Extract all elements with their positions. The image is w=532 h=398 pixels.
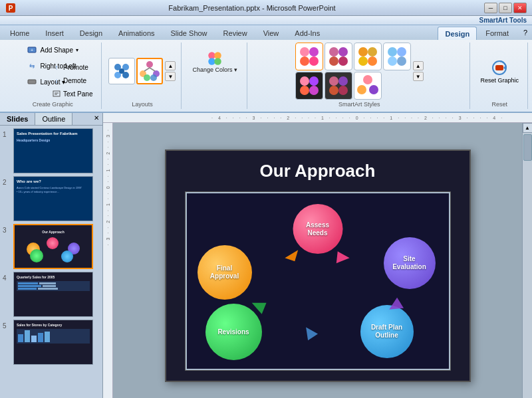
text-pane-button[interactable]: Text Pane xyxy=(49,88,96,100)
scroll-track[interactable] xyxy=(523,133,532,398)
svg-point-44 xyxy=(309,86,319,95)
scroll-thumb[interactable] xyxy=(523,134,532,161)
slide-thumb-5[interactable]: Sales for Stores by Category xyxy=(13,320,93,365)
svg-point-28 xyxy=(309,56,319,66)
circle-revisions[interactable]: Revisions xyxy=(205,304,262,360)
svg-rect-5 xyxy=(28,80,36,84)
slide-item-4[interactable]: 4 Quarterly Sales for 2005 xyxy=(3,272,100,317)
panel-close-button[interactable]: ✕ xyxy=(90,113,102,125)
group-layouts: ▲ ▼ Layouts xyxy=(103,43,182,109)
circle-final-approval[interactable]: FinalApproval xyxy=(198,245,252,300)
close-button[interactable]: ✕ xyxy=(513,3,527,13)
style-thumb-2[interactable] xyxy=(325,43,352,70)
svg-marker-55 xyxy=(285,250,298,261)
style-nav: ▲ ▼ xyxy=(413,61,424,81)
layout-nav-up[interactable]: ▲ xyxy=(165,61,176,70)
svg-point-40 xyxy=(397,56,406,66)
reset-graphic-button[interactable]: Reset Graphic xyxy=(477,55,522,87)
circle-assess-needs[interactable]: AssessNeeds xyxy=(293,204,342,254)
svg-point-39 xyxy=(388,56,397,66)
group-smartart-styles: ▲ ▼ SmartArt Styles xyxy=(249,43,470,109)
svg-point-27 xyxy=(300,56,309,66)
svg-text:⇆: ⇆ xyxy=(29,62,35,70)
tab-addins[interactable]: Add-Ins xyxy=(287,27,327,40)
tab-smartart-format[interactable]: Format xyxy=(478,27,516,40)
layout-thumb-2[interactable] xyxy=(136,58,163,84)
slide-thumb-3[interactable]: Our Approach xyxy=(13,224,93,269)
slide-num-1: 1 xyxy=(3,128,11,138)
reset-icon xyxy=(490,58,509,77)
svg-point-19 xyxy=(144,74,150,81)
slide-panel-tabs: Slides Outline ✕ xyxy=(0,113,102,126)
promote-button[interactable]: ↑ Promote xyxy=(49,61,92,73)
tab-review[interactable]: Review xyxy=(216,27,255,40)
main-tabs: Home Insert Design Animations Slide Show… xyxy=(0,25,330,40)
svg-point-20 xyxy=(150,74,157,81)
smartart-diagram[interactable]: AssessNeeds SiteEvaluation Draft PlanOut… xyxy=(185,191,451,371)
canvas-row: ·3··2··1··0··1··2··3· Our Approach Asses… xyxy=(103,123,532,398)
style-nav-down[interactable]: ▼ xyxy=(413,72,424,81)
add-shape-button[interactable]: + Add Shape ▾ xyxy=(23,43,82,57)
svg-point-29 xyxy=(329,47,338,56)
svg-point-35 xyxy=(358,56,368,66)
svg-text:+: + xyxy=(31,48,33,52)
layout-thumb-1[interactable] xyxy=(108,58,135,84)
window-controls: ─ □ ✕ xyxy=(484,3,527,13)
slide-item-5[interactable]: 5 Sales for Stores by Category xyxy=(3,320,100,365)
style-thumb-6[interactable] xyxy=(325,72,352,100)
layouts-label: Layouts xyxy=(132,101,153,109)
group-reset: Reset Graphic Reset xyxy=(471,43,528,109)
style-thumb-1[interactable] xyxy=(295,43,323,70)
tab-view[interactable]: View xyxy=(256,27,287,40)
group-create-graphic: + Add Shape ▾ ⇆ Right to Left Layout ▾ xyxy=(4,43,102,109)
ribbon-help-btn[interactable]: ? xyxy=(519,25,532,40)
svg-marker-56 xyxy=(336,251,349,263)
tab-animations[interactable]: Animations xyxy=(111,27,162,40)
slide-num-4: 4 xyxy=(3,272,11,282)
style-thumb-4[interactable] xyxy=(383,43,411,70)
svg-point-30 xyxy=(338,47,348,56)
svg-point-25 xyxy=(300,47,309,56)
circle-draft-plan[interactable]: Draft PlanOutline xyxy=(360,305,414,358)
slide-item-3[interactable]: 3 Our Approach xyxy=(3,224,100,269)
layout-nav-down[interactable]: ▼ xyxy=(165,72,176,81)
tab-slideshow[interactable]: Slide Show xyxy=(164,27,215,40)
slides-tab[interactable]: Slides xyxy=(0,113,35,125)
slide-item-1[interactable]: 1 Sales Presentation for Fabrikam Headqu… xyxy=(3,128,100,173)
style-thumb-5[interactable] xyxy=(295,72,323,100)
outline-tab[interactable]: Outline xyxy=(35,113,72,125)
ruler-horizontal: ·4····3····2····1····0····1····2····3···… xyxy=(103,113,532,123)
slide-num-3: 3 xyxy=(3,224,11,234)
style-thumb-7[interactable] xyxy=(354,72,382,100)
style-nav-up[interactable]: ▲ xyxy=(413,61,424,70)
tab-home[interactable]: Home xyxy=(3,27,37,40)
svg-point-37 xyxy=(388,47,397,56)
slide-thumb-4[interactable]: Quarterly Sales for 2005 xyxy=(13,272,93,317)
svg-point-23 xyxy=(209,58,216,65)
tab-insert[interactable]: Insert xyxy=(38,27,71,40)
tab-design[interactable]: Design xyxy=(72,27,110,40)
vertical-scrollbar: ▲ ▼ xyxy=(522,123,532,398)
maximize-button[interactable]: □ xyxy=(499,3,512,13)
minimize-button[interactable]: ─ xyxy=(484,3,497,13)
change-colors-button[interactable]: Change Colors ▾ xyxy=(188,48,241,76)
svg-point-38 xyxy=(397,47,406,56)
style-thumb-3[interactable] xyxy=(354,43,382,70)
window-title: Fabrikam_Presentation.pptx - Microsoft P… xyxy=(20,4,484,12)
svg-point-41 xyxy=(300,76,309,86)
svg-point-26 xyxy=(309,47,319,56)
smartart-tools-label: SmartArt Tools xyxy=(0,16,532,25)
slide-thumb-1[interactable]: Sales Presentation for Fabrikam Headquar… xyxy=(13,128,93,173)
slide-num-2: 2 xyxy=(3,176,11,186)
smartart-styles-label: SmartArt Styles xyxy=(338,101,380,109)
svg-point-15 xyxy=(119,68,124,74)
slide-item-2[interactable]: 2 Who are we? Aaron Cole started Contoso… xyxy=(3,176,100,221)
scroll-up-button[interactable]: ▲ xyxy=(523,123,533,133)
svg-point-49 xyxy=(363,75,372,84)
circle-site-evaluation[interactable]: SiteEvaluation xyxy=(384,237,436,289)
demote-button[interactable]: ↓ Demote xyxy=(49,74,90,86)
tab-smartart-design[interactable]: Design xyxy=(438,27,477,40)
ribbon: Home Insert Design Animations Slide Show… xyxy=(0,25,532,113)
svg-point-22 xyxy=(215,52,222,59)
slide-thumb-2[interactable]: Who are we? Aaron Cole started Contoso L… xyxy=(13,176,93,221)
